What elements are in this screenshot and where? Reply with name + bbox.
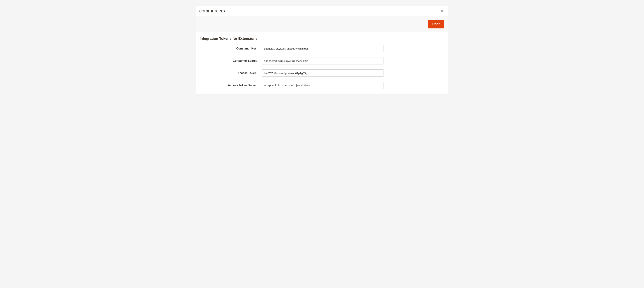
modal-body: Integration Tokens for Extensions Consum… bbox=[196, 32, 448, 94]
close-icon bbox=[440, 9, 444, 13]
row-consumer-key: Consumer Key bbox=[200, 45, 444, 52]
consumer-key-field[interactable] bbox=[262, 45, 384, 52]
action-bar: Done bbox=[196, 16, 448, 32]
close-button[interactable] bbox=[440, 9, 445, 14]
row-consumer-secret: Consumer Secret bbox=[200, 57, 444, 64]
row-access-token: Access Token bbox=[200, 69, 444, 77]
label-access-token: Access Token bbox=[200, 71, 262, 75]
access-token-secret-field[interactable] bbox=[262, 82, 384, 89]
row-access-token-secret: Access Token Secret bbox=[200, 82, 444, 89]
section-title: Integration Tokens for Extensions bbox=[200, 37, 444, 41]
label-consumer-key: Consumer Key bbox=[200, 47, 262, 50]
consumer-secret-field[interactable] bbox=[262, 57, 384, 64]
done-button[interactable]: Done bbox=[428, 20, 444, 29]
label-access-token-secret: Access Token Secret bbox=[200, 84, 262, 87]
modal-header: commercers bbox=[196, 6, 448, 16]
modal-title: commercers bbox=[199, 8, 225, 14]
access-token-field[interactable] bbox=[262, 69, 384, 77]
integration-tokens-modal: commercers Done Integration Tokens for E… bbox=[196, 6, 448, 94]
label-consumer-secret: Consumer Secret bbox=[200, 59, 262, 62]
